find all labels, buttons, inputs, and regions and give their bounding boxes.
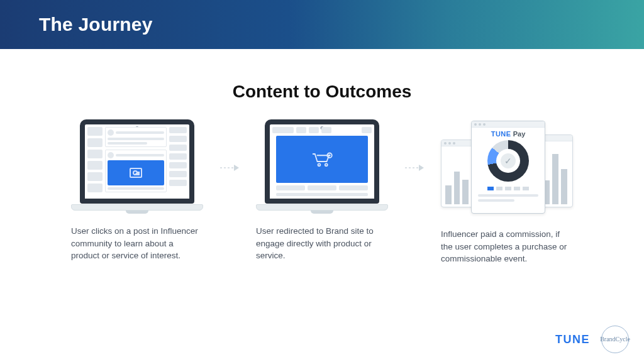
dashboard-illustration: TUNE Pay ✓ [441,119,573,217]
widget-placeholder [169,153,187,160]
tune-logo: TUNE [555,333,590,346]
feed-post-hero [105,150,167,192]
text-placeholder [116,131,164,134]
step-caption: User clicks on a post in Influencer comm… [71,225,203,262]
screen-social-feed [85,124,189,199]
content-placeholder [339,185,368,190]
nav-placeholder [272,127,294,133]
text-placeholder [108,187,164,190]
nav-placeholder [296,127,306,133]
widget-placeholder [169,162,187,168]
screen-brand-site [270,124,374,199]
avatar-icon [108,152,114,158]
laptop-base [71,204,203,214]
nav-placeholder [362,127,372,133]
nav-placeholder [321,127,331,133]
sidebar-placeholder [87,161,103,170]
avatar-icon [108,129,114,136]
svg-marker-6 [419,165,424,171]
step-1: User clicks on a post in Influencer comm… [58,119,216,262]
donut-chart-icon: ✓ [487,140,529,182]
legend-swatch [487,187,494,190]
content-placeholder [276,185,305,190]
arrow-right-icon [401,163,428,172]
text-placeholder [108,142,147,145]
text-placeholder [478,199,514,202]
step-caption: User redirected to Brand site to engage … [256,225,388,262]
sidebar-placeholder [87,172,103,181]
window-tune-pay: TUNE Pay ✓ [471,121,545,214]
image-icon [130,168,142,178]
svg-point-2 [318,163,321,166]
laptop-lid [265,119,379,204]
step-2: User redirected to Brand site to engage … [243,119,401,262]
sidebar-placeholder [87,150,103,158]
brandcycle-logo-text: BrandCycle [600,336,630,343]
text-placeholder [116,154,164,156]
svg-marker-1 [234,165,239,171]
cart-icon [311,151,333,168]
post-image [108,160,164,185]
step-caption: Influencer paid a commission, if the use… [441,228,573,265]
laptop-lid [80,119,194,204]
product-hero [276,136,368,183]
legend-swatch [523,187,529,190]
sidebar-placeholder [87,184,103,192]
widget-placeholder [169,145,187,151]
laptop-illustration [71,119,203,214]
section-subtitle: Content to Outcomes [0,82,644,102]
slide-header: The Journey [0,0,644,49]
step-3: TUNE Pay ✓ [428,119,586,265]
dashboard-brand: TUNE Pay [472,128,545,139]
widget-placeholder [169,136,187,142]
page-title: The Journey [39,14,153,35]
widget-placeholder [169,127,187,133]
legend-swatch [496,187,502,190]
tune-wordmark: TUNE [491,130,511,138]
sidebar-placeholder [87,127,103,136]
slide: The Journey Content to Outcomes [0,0,644,362]
journey-steps: User clicks on a post in Influencer comm… [0,119,644,265]
dashboard-brand-suffix: Pay [511,130,526,138]
feed-post [105,127,167,147]
content-placeholder [308,185,336,190]
widget-placeholder [169,180,187,186]
text-placeholder [108,138,164,140]
nav-placeholder [309,127,319,133]
legend-swatch [505,187,511,190]
sidebar-placeholder [87,138,103,147]
widget-placeholder [169,171,187,177]
arrow-right-icon [216,163,243,172]
text-placeholder [478,194,538,197]
brandcycle-logo: BrandCycle [601,326,629,353]
svg-point-3 [325,163,328,166]
checkmark-icon: ✓ [487,140,529,182]
legend-swatch [514,187,520,190]
laptop-base [256,204,388,214]
content-placeholder [276,193,368,196]
footer-logos: TUNE BrandCycle [555,326,629,353]
laptop-illustration [256,119,388,214]
